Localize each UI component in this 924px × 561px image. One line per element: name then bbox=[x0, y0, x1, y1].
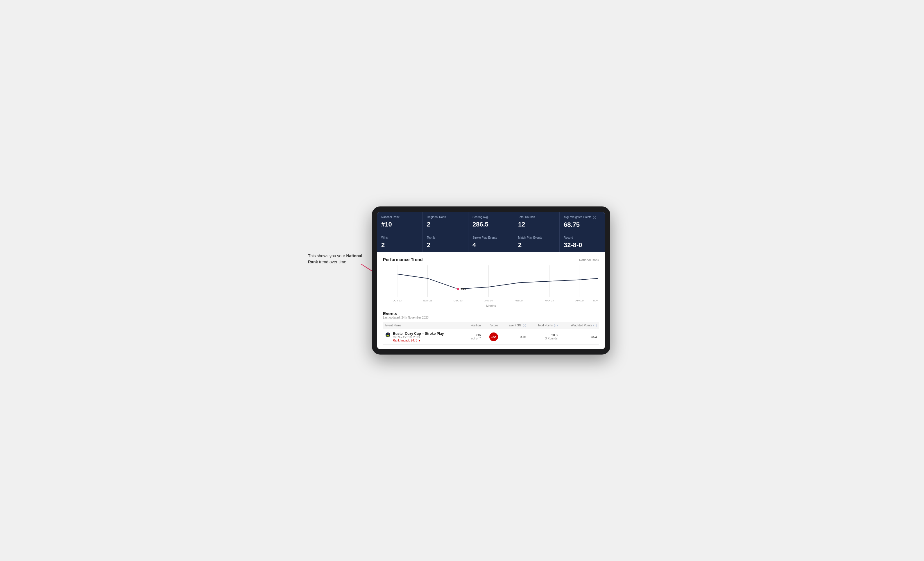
svg-text:NOV 23: NOV 23 bbox=[423, 299, 432, 302]
page-wrapper: This shows you your National Rank trend … bbox=[308, 206, 616, 355]
events-section: Events Last updated: 24th November 2023 … bbox=[383, 311, 599, 345]
stat-top3s: Top 3s 2 bbox=[423, 232, 468, 252]
event-date: Oct 9 – Oct 10, 2023 bbox=[393, 336, 444, 339]
annotation-text: This shows you your National Rank trend … bbox=[308, 253, 366, 265]
chart-svg: #10 OCT 23 NOV 23 DEC 23 JAN 24 FEB 24 M… bbox=[383, 265, 599, 303]
tablet-device: National Rank #10 Regional Rank 2 Scorin… bbox=[372, 206, 610, 355]
stat-scoring-avg: Scoring Avg. 286.5 bbox=[468, 212, 514, 232]
info-icon-weighted[interactable]: i bbox=[593, 216, 596, 219]
content-area: Performance Trend National Rank bbox=[377, 252, 605, 349]
stats-row-1: National Rank #10 Regional Rank 2 Scorin… bbox=[377, 212, 605, 232]
svg-text:DEC 23: DEC 23 bbox=[454, 299, 463, 302]
info-icon-weighted-points[interactable]: i bbox=[593, 324, 597, 327]
svg-text:⛳: ⛳ bbox=[386, 333, 390, 337]
weighted-points-cell: 28.3 bbox=[560, 329, 599, 344]
svg-point-10 bbox=[457, 287, 460, 290]
event-score-cell: -22 bbox=[483, 329, 500, 344]
rank-impact: Rank Impact: 24: 3 ▼ bbox=[393, 339, 444, 342]
col-total-points: Total Points i bbox=[528, 322, 560, 329]
info-icon-total-points[interactable]: i bbox=[554, 324, 558, 327]
table-header-row: Event Name Position Score Event SG i Tot… bbox=[383, 322, 599, 329]
stat-match-play-events: Match Play Events 2 bbox=[514, 232, 560, 252]
events-table: Event Name Position Score Event SG i Tot… bbox=[383, 322, 599, 345]
col-event-name: Event Name bbox=[383, 322, 464, 329]
stat-stroke-play-events: Stroke Play Events 4 bbox=[468, 232, 514, 252]
svg-text:JAN 24: JAN 24 bbox=[484, 299, 493, 302]
chart-title: Performance Trend bbox=[383, 257, 423, 262]
event-position-cell: 6th out of 7 bbox=[464, 329, 483, 344]
svg-text:FEB 24: FEB 24 bbox=[514, 299, 523, 302]
svg-text:APR 24: APR 24 bbox=[575, 299, 584, 302]
svg-text:MAY 24: MAY 24 bbox=[593, 299, 599, 302]
events-title: Events bbox=[383, 311, 599, 316]
col-score: Score bbox=[483, 322, 500, 329]
col-weighted-points: Weighted Points i bbox=[560, 322, 599, 329]
x-axis-label: Months bbox=[383, 304, 599, 308]
col-position: Position bbox=[464, 322, 483, 329]
stat-wins: Wins 2 bbox=[377, 232, 423, 252]
stat-avg-weighted-points: Avg. Weighted Points i 68.75 bbox=[560, 212, 605, 232]
stat-regional-rank: Regional Rank 2 bbox=[423, 212, 468, 232]
tablet-screen: National Rank #10 Regional Rank 2 Scorin… bbox=[377, 212, 605, 349]
info-icon-event-sg[interactable]: i bbox=[523, 324, 526, 327]
event-name: Buster Cozy Cup – Stroke Play bbox=[393, 332, 444, 336]
score-badge: -22 bbox=[489, 332, 498, 341]
golf-icon: ⛳ bbox=[385, 332, 390, 337]
svg-text:OCT 23: OCT 23 bbox=[393, 299, 402, 302]
performance-chart: #10 OCT 23 NOV 23 DEC 23 JAN 24 FEB 24 M… bbox=[383, 265, 599, 303]
stat-total-rounds: Total Rounds 12 bbox=[514, 212, 560, 232]
chart-right-label: National Rank bbox=[579, 258, 599, 262]
event-position-sub: out of 7 bbox=[466, 337, 481, 340]
event-sg-cell: 0.45 bbox=[500, 329, 528, 344]
stat-record: Record 32-8-0 bbox=[560, 232, 605, 252]
stat-national-rank: National Rank #10 bbox=[377, 212, 423, 232]
svg-text:MAR 24: MAR 24 bbox=[545, 299, 554, 302]
table-row: ⛳ Buster Cozy Cup – Stroke Play Oct 9 – … bbox=[383, 329, 599, 344]
svg-text:#10: #10 bbox=[461, 287, 466, 291]
event-name-cell: ⛳ Buster Cozy Cup – Stroke Play Oct 9 – … bbox=[383, 329, 464, 344]
total-points-cell: 28.3 3 Rounds bbox=[528, 329, 560, 344]
events-last-updated: Last updated: 24th November 2023 bbox=[383, 316, 599, 319]
chart-header: Performance Trend National Rank bbox=[383, 257, 599, 263]
event-position: 6th bbox=[466, 334, 481, 337]
col-event-sg: Event SG i bbox=[500, 322, 528, 329]
stats-row-2: Wins 2 Top 3s 2 Stroke Play Events 4 Mat… bbox=[377, 232, 605, 252]
